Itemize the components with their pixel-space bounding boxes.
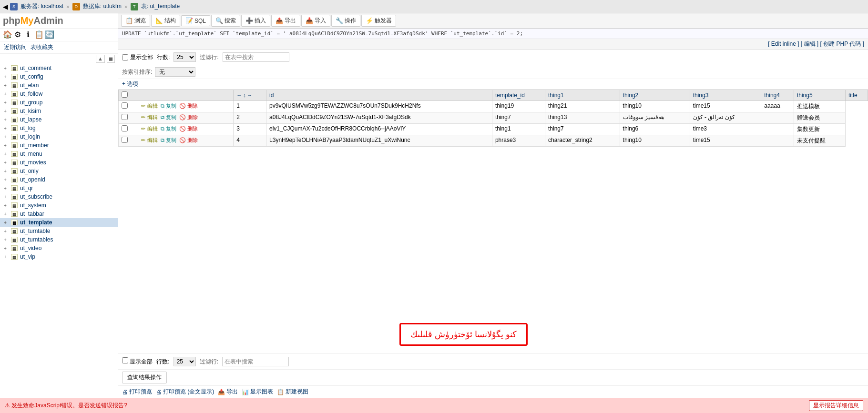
bottom-link-打印预览_(全文显示)[interactable]: 🖨 打印预览 (全文显示)	[156, 388, 214, 396]
row-count-select-bottom[interactable]: 2550100250500	[174, 357, 196, 366]
sidebar-item-ut_only[interactable]: +▦ut_only	[0, 167, 118, 175]
sidebar-item-ut_login[interactable]: +▦ut_login	[0, 132, 118, 141]
sidebar-item-ut_tabbar[interactable]: +▦ut_tabbar	[0, 210, 118, 218]
error-detail-button[interactable]: 显示报告详细信息	[809, 400, 863, 411]
copy-row-link[interactable]: ⧉ 复制	[161, 137, 176, 143]
recent-visits-link[interactable]: 近期访问	[4, 43, 27, 51]
sidebar-item-ut_openid[interactable]: +▦ut_openid	[0, 175, 118, 184]
th-arrows[interactable]: ←↕→	[234, 90, 266, 101]
row-checkbox[interactable]	[122, 125, 128, 131]
breadcrumb-table[interactable]: 表: ut_template	[141, 2, 180, 10]
edit-row-link[interactable]: ✏ 编辑	[141, 137, 157, 143]
toolbar-btn-btn-import[interactable]: 📥导入	[301, 15, 330, 27]
th-thing1[interactable]: thing1	[545, 90, 620, 101]
sidebar-table-label: ut_qr	[20, 185, 33, 191]
th-thing4[interactable]: thing4	[761, 90, 794, 101]
edit-row-link[interactable]: ✏ 编辑	[141, 114, 157, 120]
table-icon-small: ▦	[11, 245, 18, 251]
sidebar-item-ut_vip[interactable]: +▦ut_vip	[0, 252, 118, 261]
sidebar-item-ut_log[interactable]: +▦ut_log	[0, 124, 118, 132]
copy-row-link[interactable]: ⧉ 复制	[161, 114, 176, 120]
th-id[interactable]: id	[266, 90, 492, 101]
popup-box[interactable]: كنو يگۇلانسا ئۆختۈرۈش قلىلىك	[399, 323, 528, 346]
sidebar-item-ut_comment[interactable]: +▦ut_comment	[0, 64, 118, 72]
bottom-link-显示图表[interactable]: 📊 显示图表	[242, 388, 273, 396]
create-php-link[interactable]: [ 创建 PHP 代码 ]	[820, 40, 864, 47]
th-thing5[interactable]: thing5	[794, 90, 845, 101]
show-all-checkbox[interactable]	[122, 54, 128, 60]
delete-row-link[interactable]: 🚫 删除	[179, 114, 198, 120]
delete-row-link[interactable]: 🚫 删除	[179, 126, 198, 131]
sidebar-item-ut_movies[interactable]: +▦ut_movies	[0, 158, 118, 167]
expand-icon: +	[4, 126, 10, 131]
sidebar-item-ut_config[interactable]: +▦ut_config	[0, 72, 118, 81]
sidebar-item-ut_elan[interactable]: +▦ut_elan	[0, 81, 118, 90]
sidebar-item-ut_template[interactable]: +▦ut_template	[0, 218, 118, 227]
copy-row-link[interactable]: ⧉ 复制	[161, 126, 176, 131]
toolbar-btn-btn-operations[interactable]: 🔧操作	[331, 15, 360, 27]
error-text: ⚠ 发生致命JavaScript错误。是否发送错误报告?	[5, 402, 127, 410]
row-checkbox[interactable]	[122, 114, 128, 120]
delete-row-link[interactable]: 🚫 删除	[179, 103, 198, 109]
delete-row-link[interactable]: 🚫 删除	[179, 137, 198, 143]
row-checkbox[interactable]	[122, 137, 128, 143]
scroll-down-btn[interactable]: ◼	[107, 55, 115, 63]
th-thing3[interactable]: thing3	[690, 90, 761, 101]
edit-inline-link[interactable]: [ Edit inline ]	[768, 40, 799, 47]
th-template_id[interactable]: template_id	[492, 90, 545, 101]
sidebar-item-ut_follow[interactable]: +▦ut_follow	[0, 90, 118, 98]
edit-row-link[interactable]: ✏ 编辑	[141, 103, 157, 109]
toolbar-btn-btn-search[interactable]: 🔍搜索	[211, 15, 240, 27]
options-link[interactable]: + 选项	[122, 81, 138, 87]
cell-thing5	[761, 135, 794, 147]
sidebar-item-ut_menu[interactable]: +▦ut_menu	[0, 150, 118, 158]
home-icon[interactable]: 🏠	[3, 30, 11, 39]
scroll-up-btn[interactable]: ▲	[96, 55, 105, 63]
bookmarks-link[interactable]: 表收藏夹	[31, 43, 53, 51]
sidebar-item-ut_video[interactable]: +▦ut_video	[0, 244, 118, 252]
toolbar-btn-btn-sql[interactable]: 📝SQL	[181, 15, 210, 26]
th-title[interactable]: title	[846, 90, 868, 101]
toolbar-btn-btn-triggers[interactable]: ⚡触发器	[361, 15, 396, 27]
copy-row-link[interactable]: ⧉ 复制	[161, 103, 176, 109]
edit-link[interactable]: [ 编辑 ]	[801, 40, 818, 47]
row-checkbox[interactable]	[122, 102, 128, 109]
sidebar-item-ut_group[interactable]: +▦ut_group	[0, 98, 118, 107]
sidebar-item-ut_qr[interactable]: +▦ut_qr	[0, 184, 118, 192]
query-results-button[interactable]: 查询结果操作	[122, 372, 167, 383]
toolbar-btn-btn-export[interactable]: 📤导出	[271, 15, 300, 27]
filter-input-top[interactable]	[223, 52, 289, 62]
edit-row-link[interactable]: ✏ 编辑	[141, 126, 157, 131]
show-all-checkbox-bottom[interactable]	[122, 357, 128, 363]
bottom-link-打印预览[interactable]: 🖨 打印预览	[122, 388, 152, 396]
refresh-icon[interactable]: 🔄	[45, 30, 53, 39]
right-arrow[interactable]: →	[247, 92, 253, 99]
select-all-checkbox[interactable]	[122, 91, 128, 98]
bottom-link-导出[interactable]: 📤 导出	[218, 388, 238, 396]
breadcrumb-server[interactable]: 服务器: localhost	[20, 2, 63, 10]
settings-icon[interactable]: ⚙	[13, 30, 22, 39]
filter-input-bottom[interactable]	[222, 357, 289, 366]
sidebar-item-ut_turntable[interactable]: +▦ut_turntable	[0, 227, 118, 235]
breadcrumb-database[interactable]: 数据库: utlukfm	[83, 2, 122, 10]
table-icon-small: ▦	[11, 91, 18, 97]
sidebar-item-ut_member[interactable]: +▦ut_member	[0, 141, 118, 150]
copy-icon[interactable]: 📋	[34, 30, 43, 39]
minimize-icon[interactable]: ◀	[3, 3, 8, 10]
info-icon[interactable]: ℹ	[24, 30, 32, 39]
sidebar-item-ut_kisim[interactable]: +▦ut_kisim	[0, 107, 118, 115]
sidebar-item-ut_subscribe[interactable]: +▦ut_subscribe	[0, 192, 118, 201]
left-arrow[interactable]: ←	[236, 92, 242, 99]
sidebar-item-ut_turntables[interactable]: +▦ut_turntables	[0, 235, 118, 244]
th-thing2[interactable]: thing2	[620, 90, 690, 101]
sidebar-item-ut_system[interactable]: +▦ut_system	[0, 201, 118, 210]
sidebar-item-ut_lapse[interactable]: +▦ut_lapse	[0, 115, 118, 124]
toolbar-btn-btn-browse[interactable]: 📋浏览	[121, 15, 150, 27]
toolbar-btn-btn-insert[interactable]: ➕插入	[241, 15, 270, 27]
row-count-select-top[interactable]: 2550100250500	[174, 52, 196, 62]
sort-select[interactable]: 无PRIMARYid	[155, 67, 195, 77]
toolbar-btn-btn-structure[interactable]: 📐结构	[151, 15, 180, 27]
sidebar-table-label: ut_elan	[20, 82, 39, 89]
expand-icon: +	[4, 203, 10, 208]
bottom-link-新建视图[interactable]: 📋 新建视图	[277, 388, 308, 396]
